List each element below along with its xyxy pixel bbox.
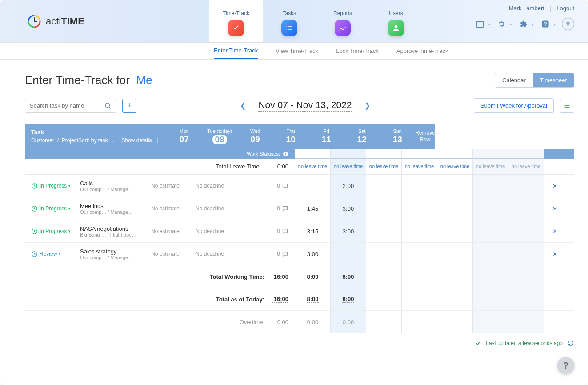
status-dropdown[interactable]: In Progress▾ bbox=[31, 183, 76, 189]
comments-button[interactable]: 0 bbox=[277, 228, 288, 235]
time-cell[interactable] bbox=[330, 243, 366, 265]
remove-row-button[interactable]: ✕ bbox=[544, 175, 566, 197]
time-cell[interactable] bbox=[437, 220, 472, 242]
add-task-button[interactable]: + bbox=[122, 99, 136, 113]
logout-link[interactable]: Logout bbox=[556, 5, 574, 12]
time-cell[interactable] bbox=[508, 220, 544, 242]
remove-row-button[interactable]: ✕ bbox=[544, 220, 566, 242]
nav-reports[interactable]: Reports bbox=[316, 0, 369, 42]
time-cell[interactable] bbox=[401, 197, 437, 220]
time-cell[interactable]: 3:00 bbox=[330, 197, 366, 220]
time-cell[interactable] bbox=[437, 197, 472, 220]
comments-button[interactable]: 0 bbox=[277, 251, 288, 257]
work-status-cell[interactable] bbox=[472, 149, 508, 159]
chevron-down-icon[interactable]: ▾ bbox=[510, 22, 512, 27]
day-header-4[interactable]: Fri11 bbox=[308, 124, 344, 149]
user-name-link[interactable]: Mark Lambert bbox=[509, 5, 544, 12]
leave-cell[interactable]: no leave time bbox=[330, 159, 366, 174]
project-link[interactable]: Project bbox=[62, 137, 78, 144]
task-name[interactable]: Calls bbox=[80, 180, 147, 187]
time-cell[interactable] bbox=[366, 220, 401, 242]
work-status-cell[interactable] bbox=[508, 149, 544, 159]
chevron-down-icon[interactable]: ▾ bbox=[553, 22, 556, 27]
info-icon[interactable]: i bbox=[283, 151, 288, 157]
time-cell[interactable] bbox=[508, 175, 544, 197]
time-cell[interactable] bbox=[437, 175, 472, 197]
nav-users[interactable]: Users bbox=[369, 0, 423, 42]
chevron-down-icon[interactable]: ▾ bbox=[532, 22, 534, 27]
lightbulb-icon[interactable] bbox=[562, 18, 574, 30]
leave-cell[interactable]: no leave time bbox=[437, 159, 472, 174]
leave-cell[interactable]: no leave time bbox=[295, 159, 330, 174]
work-status-cell[interactable] bbox=[366, 149, 401, 159]
subnav-view[interactable]: View Time-Track bbox=[276, 43, 318, 59]
task-name[interactable]: NASA negotiations bbox=[80, 225, 147, 232]
sort-toggle[interactable]: Sort: by task ↓ bbox=[78, 137, 113, 144]
day-header-2[interactable]: Wed09 bbox=[237, 124, 273, 149]
time-cell[interactable]: 2:00 bbox=[330, 175, 366, 197]
task-name[interactable]: Meetings bbox=[80, 203, 147, 209]
timesheet-menu-button[interactable] bbox=[560, 99, 574, 113]
timesheet-view-button[interactable]: Timesheet bbox=[533, 73, 574, 87]
time-cell[interactable] bbox=[401, 220, 437, 242]
time-cell[interactable]: 3:00 bbox=[330, 220, 366, 242]
time-cell[interactable]: 3:15 bbox=[295, 220, 330, 242]
logo[interactable]: actiTIME bbox=[0, 0, 209, 42]
refresh-button[interactable] bbox=[567, 340, 574, 347]
time-cell[interactable] bbox=[472, 175, 508, 197]
day-header-3[interactable]: Thu10 bbox=[273, 124, 308, 149]
work-status-cell[interactable] bbox=[401, 149, 437, 159]
status-dropdown[interactable]: In Progress▾ bbox=[31, 228, 76, 235]
leave-cell[interactable]: no leave time bbox=[508, 159, 544, 174]
comments-button[interactable]: 0 bbox=[277, 183, 288, 189]
calendar-view-button[interactable]: Calendar bbox=[495, 73, 533, 87]
leave-cell[interactable]: no leave time bbox=[472, 159, 508, 174]
work-status-cell[interactable] bbox=[295, 149, 330, 159]
time-cell[interactable] bbox=[366, 175, 401, 197]
subnav-lock[interactable]: Lock Time-Track bbox=[336, 43, 379, 59]
remove-row-button[interactable]: ✕ bbox=[544, 243, 566, 265]
chevron-down-icon[interactable]: ▾ bbox=[488, 22, 490, 27]
leave-cell[interactable]: no leave time bbox=[366, 159, 401, 174]
show-details-toggle[interactable]: Show details ⋮ bbox=[121, 137, 160, 144]
time-cell[interactable] bbox=[366, 243, 401, 265]
time-cell[interactable] bbox=[401, 243, 437, 265]
day-header-6[interactable]: Sun13 bbox=[380, 124, 415, 149]
time-cell[interactable] bbox=[472, 197, 508, 220]
work-status-cell[interactable] bbox=[437, 149, 472, 159]
search-icon[interactable] bbox=[104, 102, 112, 109]
customer-link[interactable]: Customer bbox=[31, 137, 54, 144]
puzzle-icon[interactable] bbox=[518, 19, 529, 29]
subnav-enter[interactable]: Enter Time-Track bbox=[214, 43, 258, 59]
day-header-0[interactable]: Mon07 bbox=[166, 124, 202, 149]
nav-tasks[interactable]: Tasks bbox=[263, 0, 316, 42]
task-name[interactable]: Sales strategy bbox=[80, 248, 147, 255]
help-fab[interactable]: ? bbox=[557, 357, 574, 374]
date-range[interactable]: Nov 07 - Nov 13, 2022 bbox=[258, 100, 352, 112]
subnav-approve[interactable]: Approve Time-Track bbox=[396, 43, 448, 59]
day-header-1[interactable]: Tue (today)08 bbox=[202, 124, 237, 149]
time-cell[interactable]: 1:45 bbox=[295, 197, 330, 220]
time-cell[interactable] bbox=[295, 175, 330, 197]
time-cell[interactable] bbox=[366, 197, 401, 220]
add-icon[interactable] bbox=[475, 19, 485, 29]
status-dropdown[interactable]: In Progress▾ bbox=[31, 205, 76, 212]
time-cell[interactable] bbox=[508, 243, 544, 265]
submit-week-button[interactable]: Submit Week for Approval bbox=[474, 98, 554, 113]
comments-button[interactable]: 0 bbox=[277, 205, 288, 212]
time-cell[interactable] bbox=[401, 175, 437, 197]
nav-time-track[interactable]: Time-Track bbox=[209, 0, 263, 42]
leave-cell[interactable]: no leave time bbox=[401, 159, 437, 174]
time-cell[interactable] bbox=[437, 243, 472, 265]
time-cell[interactable] bbox=[472, 220, 508, 242]
time-cell[interactable] bbox=[472, 243, 508, 265]
gear-icon[interactable] bbox=[496, 19, 507, 29]
search-input[interactable] bbox=[30, 102, 104, 109]
help-icon[interactable]: ? bbox=[540, 19, 551, 29]
time-cell[interactable] bbox=[508, 197, 544, 220]
subject-selector[interactable]: Me bbox=[136, 73, 152, 87]
prev-week-button[interactable]: ❮ bbox=[236, 100, 249, 112]
next-week-button[interactable]: ❯ bbox=[361, 100, 374, 112]
status-dropdown[interactable]: Review▾ bbox=[31, 251, 76, 257]
time-cell[interactable]: 3:00 bbox=[295, 243, 330, 265]
